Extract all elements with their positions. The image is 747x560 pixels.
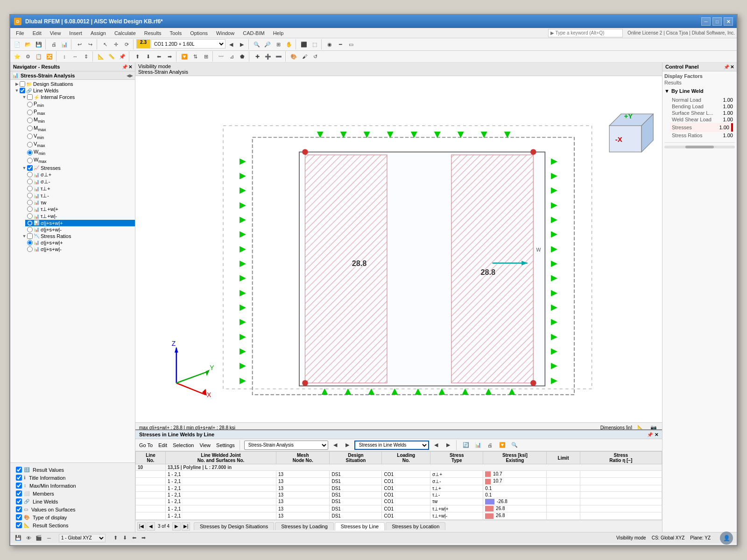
- tb2-7[interactable]: ⇕: [81, 51, 91, 62]
- nav-next-btn[interactable]: ▶: [130, 73, 133, 78]
- check-stresses[interactable]: [27, 165, 33, 171]
- dim-toggle-btn[interactable]: 📐: [636, 424, 645, 430]
- radio-mmax[interactable]: [27, 126, 33, 131]
- tb2-plus[interactable]: ➕: [263, 51, 273, 62]
- results-menu-edit[interactable]: Edit: [156, 442, 169, 448]
- radio-tau-perp-neg[interactable]: [27, 193, 33, 198]
- check-minmax-info[interactable]: [16, 483, 22, 489]
- surface-btn[interactable]: ▭: [346, 39, 356, 49]
- menu-edit[interactable]: Edit: [29, 29, 45, 37]
- status-btn-2[interactable]: 👁: [24, 534, 33, 542]
- nav-mmin[interactable]: Mmin: [25, 116, 135, 124]
- check-members[interactable]: [16, 490, 22, 497]
- table-row[interactable]: 1 - 2,1 13 DS1 CO1 σ⊥+ 10.7: [136, 471, 662, 478]
- expand-stresses[interactable]: ▼: [21, 165, 27, 171]
- expand-by-line-weld[interactable]: ▼: [664, 88, 669, 94]
- nav-type-display[interactable]: 🎨 Type of display: [14, 513, 131, 521]
- tb2-14[interactable]: ➡: [164, 51, 175, 62]
- combo-co-value[interactable]: CO1 1.20D + 1.60L: [151, 39, 226, 49]
- zoom-out-btn[interactable]: 🔎: [262, 39, 273, 49]
- nav-design-situations[interactable]: ▶ 📁 Design Situations: [10, 81, 135, 87]
- tb2-sort[interactable]: ⇅: [190, 51, 200, 62]
- tb2-3[interactable]: 📋: [34, 51, 44, 62]
- tb2-1[interactable]: ⭐: [12, 51, 22, 62]
- results-menu-goto[interactable]: Go To: [137, 442, 155, 448]
- view-btn-3[interactable]: ⬅: [130, 534, 138, 542]
- results-menu-settings[interactable]: Settings: [214, 442, 237, 448]
- nav-line-welds-bottom[interactable]: 🔗 Line Welds: [14, 497, 131, 505]
- zoom-in-btn[interactable]: 🔍: [252, 39, 262, 49]
- table-row[interactable]: 1 - 2,1 13 DS1 CO1 τw -26.8: [136, 498, 662, 505]
- undo-btn[interactable]: ↩: [74, 39, 85, 49]
- tb2-11[interactable]: ⬆: [132, 51, 142, 62]
- check-result-sections[interactable]: [16, 522, 22, 528]
- check-design-situations[interactable]: [20, 81, 25, 87]
- radio-tau-perp-w-neg[interactable]: [27, 213, 33, 219]
- expand-line-welds[interactable]: ▼: [14, 88, 20, 93]
- tb2-filter[interactable]: 🔽: [179, 51, 190, 62]
- close-button[interactable]: ✕: [724, 17, 733, 26]
- line-btn[interactable]: ━: [335, 39, 345, 49]
- view-btn-2[interactable]: ⬇: [120, 534, 129, 542]
- open-btn[interactable]: 📂: [23, 39, 33, 49]
- nav-tau-perp-w-plus[interactable]: 📊τ⊥+w|+: [25, 206, 135, 213]
- tab-loading[interactable]: Stresses by Loading: [275, 522, 334, 530]
- nav-ratio-plus[interactable]: 📊σ|j+s+w|+: [25, 239, 135, 246]
- nav-wmax[interactable]: Wmax: [25, 156, 135, 164]
- tb2-cross[interactable]: ✚: [252, 51, 262, 62]
- nav-tau-w[interactable]: 📊τw: [25, 199, 135, 206]
- nav-title-info[interactable]: ℹ Title Information: [14, 474, 131, 482]
- nav-sigma-total-plus[interactable]: 📊σ|j+s+w|+: [25, 220, 135, 226]
- module-prev[interactable]: ◀: [330, 440, 340, 450]
- tb2-12[interactable]: ⬇: [143, 51, 153, 62]
- rotate-btn[interactable]: ⟳: [121, 39, 132, 49]
- nav-ratio-neg[interactable]: 📊σ|j+s+w|-: [25, 246, 135, 252]
- table-row[interactable]: 1 - 2,1 13 DS1 CO1 τ⊥+w|- 26.8: [136, 512, 662, 519]
- tb2-mode[interactable]: ⊿: [226, 51, 237, 62]
- radio-ratio-plus[interactable]: [27, 240, 33, 245]
- node-btn[interactable]: ◉: [324, 39, 335, 49]
- check-internal-forces[interactable]: [27, 94, 33, 100]
- nav-tau-perp-neg[interactable]: 📊τ⊥-: [25, 192, 135, 199]
- nav-wmin[interactable]: Wmin: [25, 148, 135, 156]
- tb2-contour[interactable]: ⬟: [237, 51, 247, 62]
- module-dropdown[interactable]: Stress-Strain Analysis: [244, 441, 328, 450]
- print-btn[interactable]: 🖨: [49, 39, 59, 49]
- menu-view[interactable]: View: [46, 29, 65, 37]
- table-row[interactable]: 1 - 2,1 13 DS1 CO1 τ⊥- 0.1: [136, 491, 662, 498]
- status-btn-4[interactable]: ─: [45, 534, 53, 542]
- tb2-4[interactable]: 🔀: [44, 51, 55, 62]
- radio-pmax[interactable]: [27, 110, 33, 115]
- menu-options[interactable]: Options: [186, 29, 211, 37]
- tb2-9[interactable]: 📏: [106, 51, 117, 62]
- results-close-btn[interactable]: ✕: [655, 432, 658, 437]
- menu-file[interactable]: File: [12, 29, 28, 37]
- tb2-8[interactable]: 📐: [96, 51, 106, 62]
- check-stress-ratios[interactable]: [27, 233, 33, 239]
- view-btn-1[interactable]: ⬆: [111, 534, 120, 542]
- expand-internal-forces[interactable]: ▼: [21, 94, 27, 100]
- nav-stresses[interactable]: ▼ 📈 Stresses: [10, 165, 135, 171]
- tb2-10[interactable]: 📌: [117, 51, 127, 62]
- new-btn[interactable]: 📄: [12, 39, 22, 49]
- radio-sigma-perp-neg[interactable]: [27, 179, 33, 184]
- module-next[interactable]: ▶: [342, 440, 352, 450]
- radio-sigma-total-plus[interactable]: [27, 220, 33, 226]
- tb2-group[interactable]: ⊞: [201, 51, 211, 62]
- results-menu-selection[interactable]: Selection: [171, 442, 196, 448]
- tb2-fill[interactable]: 🖌: [299, 51, 310, 62]
- wireframe-btn[interactable]: ⬚: [310, 39, 320, 49]
- radio-vmax[interactable]: [27, 142, 33, 147]
- check-line-welds-bottom[interactable]: [16, 498, 22, 504]
- maximize-button[interactable]: □: [712, 17, 722, 26]
- save-btn[interactable]: 💾: [34, 39, 44, 49]
- nav-members[interactable]: ⬜ Members: [14, 490, 131, 497]
- nav-mmax[interactable]: Mmax: [25, 125, 135, 133]
- nav-vmin[interactable]: Vmin: [25, 133, 135, 140]
- type-prev[interactable]: ◀: [431, 440, 441, 450]
- view-btn-4[interactable]: ➡: [139, 534, 148, 542]
- nav-prev-btn[interactable]: ◀: [127, 73, 130, 78]
- expand-design-situations[interactable]: ▶: [14, 81, 20, 87]
- radio-wmax[interactable]: [27, 158, 33, 163]
- menu-assign[interactable]: Assign: [87, 29, 110, 37]
